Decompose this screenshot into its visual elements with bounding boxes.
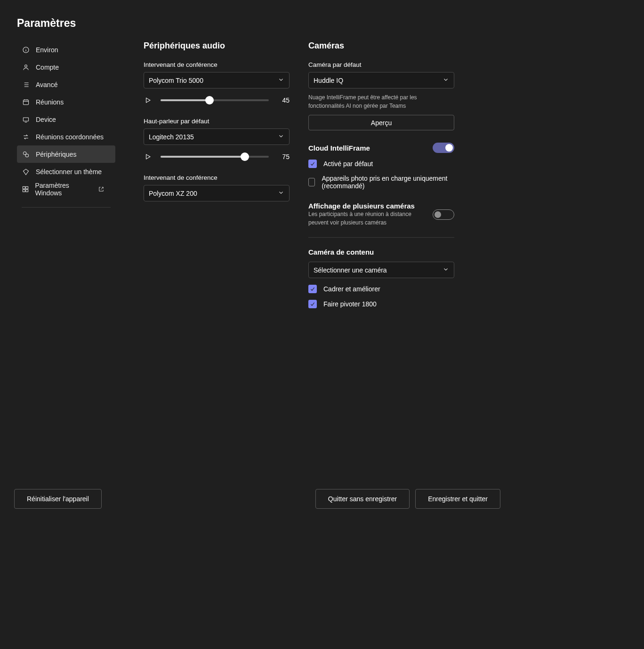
intelliframe-supported-checkbox[interactable] (308, 178, 315, 186)
conf-speaker1-label: Intervenant de conférence (144, 61, 290, 68)
sidebar-divider (22, 207, 111, 208)
footer: Réinitialiser l'appareil Quitter sans en… (0, 489, 515, 509)
svg-rect-19 (26, 186, 28, 189)
sidebar-item-advanced[interactable]: Avancé (17, 76, 115, 93)
hint-text: IntelliFrame peut être affecté par les f… (308, 94, 417, 109)
conf-speaker2-label: Intervenant de conférence (144, 174, 290, 181)
default-speaker-value: Logitech 20135 (149, 133, 278, 141)
sidebar-item-coordinated[interactable]: Réunions coordonnées (17, 128, 115, 145)
monitor-icon (22, 115, 30, 124)
svg-rect-20 (23, 189, 25, 192)
exit-button[interactable]: Quitter sans enregistrer (315, 489, 410, 509)
intelliframe-toggle[interactable] (433, 143, 454, 153)
conf-speaker1-volume-slider[interactable] (161, 99, 269, 101)
camera-section: Caméras Caméra par défaut Huddle IQ Nuag… (308, 41, 454, 308)
content-camera-label: Caméra de contenu (308, 248, 454, 256)
content-camera-select[interactable]: Sélectionner une caméra (308, 262, 454, 278)
intelliframe-enabled-label: Activé par défaut (323, 160, 373, 168)
content-camera-value: Sélectionner une caméra (314, 266, 443, 274)
play-button[interactable] (144, 96, 152, 104)
crop-enhance-checkbox[interactable] (308, 285, 317, 293)
conf-speaker2-value: Polycom XZ 200 (149, 190, 278, 197)
list-icon (22, 80, 30, 89)
multi-camera-label: Affichage de plusieurs caméras (308, 202, 417, 210)
conf-speaker2-select[interactable]: Polycom XZ 200 (144, 185, 290, 201)
save-button[interactable]: Enregistrer et quitter (415, 489, 500, 509)
sidebar-item-label: Device (36, 116, 56, 123)
devices-icon (22, 150, 30, 159)
rotate-checkbox[interactable] (308, 300, 317, 308)
conf-speaker1-select[interactable]: Polycom Trio 5000 (144, 72, 290, 88)
sidebar-item-about[interactable]: Environ (17, 41, 115, 58)
sidebar-item-label: Périphériques (36, 151, 76, 158)
calendar-icon (22, 98, 30, 106)
chevron-down-icon (278, 133, 284, 141)
svg-point-3 (25, 64, 27, 67)
sidebar-item-peripherals[interactable]: Périphériques (17, 145, 115, 163)
camera-hint: Nuage IntelliFrame peut être affecté par… (308, 93, 454, 110)
chevron-down-icon (278, 189, 284, 197)
sidebar-item-meetings[interactable]: Réunions (17, 93, 115, 111)
sidebar-item-label: Réunions coordonnées (36, 133, 104, 141)
svg-rect-14 (23, 118, 28, 121)
sidebar-item-theme[interactable]: Sélectionner un thème (17, 163, 115, 180)
play-button[interactable] (144, 152, 152, 161)
theme-icon (22, 168, 30, 176)
sidebar-item-label: Avancé (36, 81, 57, 88)
conf-speaker1-volume-value: 45 (276, 96, 290, 104)
reset-button[interactable]: Réinitialiser l'appareil (14, 489, 102, 509)
svg-rect-18 (23, 186, 25, 189)
default-camera-select[interactable]: Huddle IQ (308, 72, 454, 88)
default-speaker-volume-value: 75 (276, 153, 290, 160)
windows-icon (22, 185, 30, 193)
intelliframe-enabled-checkbox[interactable] (308, 160, 317, 168)
default-camera-label: Caméra par défaut (308, 61, 454, 68)
sidebar-item-label: Environ (36, 46, 58, 54)
preview-button[interactable]: Aperçu (308, 115, 454, 130)
svg-rect-21 (26, 189, 28, 192)
external-link-icon (97, 185, 105, 193)
default-speaker-label: Haut-parleur par défaut (144, 118, 290, 125)
svg-marker-23 (146, 154, 150, 159)
sidebar-item-label: Réunions (36, 98, 64, 106)
sidebar-item-device[interactable]: Device (17, 111, 115, 128)
default-speaker-select[interactable]: Logitech 20135 (144, 128, 290, 145)
chevron-down-icon (278, 76, 284, 84)
sidebar-item-label: Paramètres Windows (35, 182, 93, 197)
hint-tag: Nuage (308, 94, 325, 101)
sidebar: Environ Compte Avancé Réunions (17, 41, 115, 208)
sidebar-item-label: Compte (36, 64, 59, 71)
crop-enhance-label: Cadrer et améliorer (323, 285, 380, 293)
info-icon (22, 46, 30, 54)
default-camera-value: Huddle IQ (314, 77, 443, 84)
page-title: Paramètres (0, 0, 515, 30)
divider (308, 237, 454, 238)
intelliframe-supported-label: Appareils photo pris en charge uniquemen… (322, 175, 454, 190)
chevron-down-icon (443, 266, 449, 274)
sync-icon (22, 133, 30, 141)
multi-camera-desc: Les participants à une réunion à distanc… (308, 210, 417, 227)
person-icon (22, 63, 30, 72)
sidebar-item-account[interactable]: Compte (17, 58, 115, 76)
svg-marker-22 (146, 98, 150, 103)
sidebar-item-label: Sélectionner un thème (36, 168, 102, 176)
svg-rect-10 (23, 100, 28, 104)
svg-point-17 (25, 154, 28, 157)
audio-heading: Périphériques audio (144, 41, 290, 51)
intelliframe-label: Cloud IntelliFrame (308, 144, 370, 152)
conf-speaker1-value: Polycom Trio 5000 (149, 77, 278, 84)
multi-camera-toggle[interactable] (433, 209, 454, 220)
camera-heading: Caméras (308, 41, 454, 51)
rotate-label: Faire pivoter 1800 (323, 300, 377, 308)
chevron-down-icon (443, 76, 449, 84)
default-speaker-volume-slider[interactable] (161, 156, 269, 158)
sidebar-item-windows[interactable]: Paramètres Windows (17, 180, 115, 198)
audio-section: Périphériques audio Intervenant de confé… (144, 41, 290, 308)
